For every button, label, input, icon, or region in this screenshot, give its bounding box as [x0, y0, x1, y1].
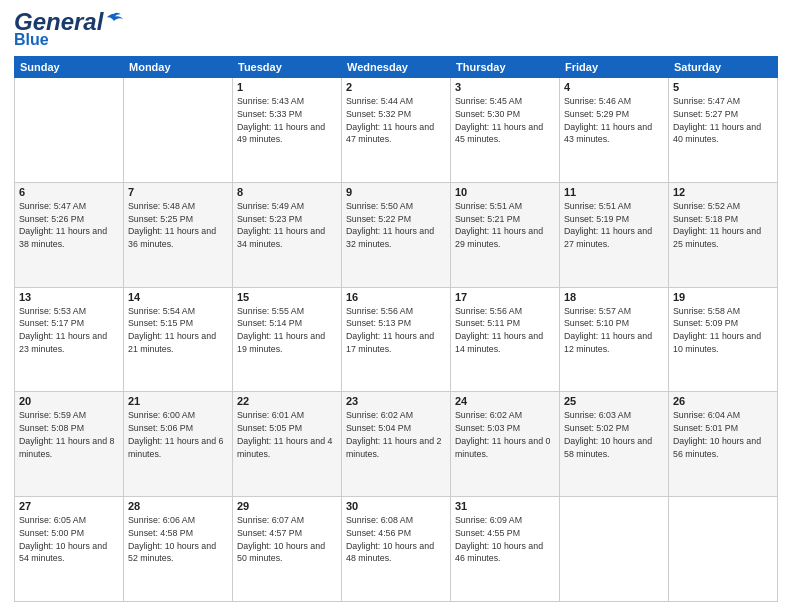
day-number: 28: [128, 500, 228, 512]
day-detail: Sunrise: 5:46 AM Sunset: 5:29 PM Dayligh…: [564, 95, 664, 146]
day-number: 15: [237, 291, 337, 303]
day-detail: Sunrise: 5:56 AM Sunset: 5:13 PM Dayligh…: [346, 305, 446, 356]
calendar-table: Sunday Monday Tuesday Wednesday Thursday…: [14, 56, 778, 602]
calendar-day-cell: 10Sunrise: 5:51 AM Sunset: 5:21 PM Dayli…: [451, 182, 560, 287]
calendar-day-cell: 2Sunrise: 5:44 AM Sunset: 5:32 PM Daylig…: [342, 78, 451, 183]
calendar-day-cell: 1Sunrise: 5:43 AM Sunset: 5:33 PM Daylig…: [233, 78, 342, 183]
calendar-week-row: 20Sunrise: 5:59 AM Sunset: 5:08 PM Dayli…: [15, 392, 778, 497]
logo-wrap: General Blue: [14, 10, 125, 48]
col-sunday: Sunday: [15, 57, 124, 78]
day-detail: Sunrise: 6:07 AM Sunset: 4:57 PM Dayligh…: [237, 514, 337, 565]
logo-bird-icon: [103, 11, 125, 33]
calendar-day-cell: 19Sunrise: 5:58 AM Sunset: 5:09 PM Dayli…: [669, 287, 778, 392]
day-detail: Sunrise: 6:02 AM Sunset: 5:04 PM Dayligh…: [346, 409, 446, 460]
day-detail: Sunrise: 6:05 AM Sunset: 5:00 PM Dayligh…: [19, 514, 119, 565]
calendar-day-cell: [124, 78, 233, 183]
day-detail: Sunrise: 6:08 AM Sunset: 4:56 PM Dayligh…: [346, 514, 446, 565]
calendar-day-cell: 23Sunrise: 6:02 AM Sunset: 5:04 PM Dayli…: [342, 392, 451, 497]
calendar-day-cell: 31Sunrise: 6:09 AM Sunset: 4:55 PM Dayli…: [451, 497, 560, 602]
day-detail: Sunrise: 5:58 AM Sunset: 5:09 PM Dayligh…: [673, 305, 773, 356]
calendar-week-row: 6Sunrise: 5:47 AM Sunset: 5:26 PM Daylig…: [15, 182, 778, 287]
col-friday: Friday: [560, 57, 669, 78]
calendar-day-cell: 3Sunrise: 5:45 AM Sunset: 5:30 PM Daylig…: [451, 78, 560, 183]
day-detail: Sunrise: 5:45 AM Sunset: 5:30 PM Dayligh…: [455, 95, 555, 146]
day-number: 8: [237, 186, 337, 198]
day-number: 17: [455, 291, 555, 303]
day-number: 31: [455, 500, 555, 512]
calendar-day-cell: 20Sunrise: 5:59 AM Sunset: 5:08 PM Dayli…: [15, 392, 124, 497]
calendar-header-row: Sunday Monday Tuesday Wednesday Thursday…: [15, 57, 778, 78]
day-detail: Sunrise: 5:57 AM Sunset: 5:10 PM Dayligh…: [564, 305, 664, 356]
day-number: 16: [346, 291, 446, 303]
day-number: 3: [455, 81, 555, 93]
day-number: 1: [237, 81, 337, 93]
day-detail: Sunrise: 5:56 AM Sunset: 5:11 PM Dayligh…: [455, 305, 555, 356]
day-number: 18: [564, 291, 664, 303]
day-detail: Sunrise: 5:44 AM Sunset: 5:32 PM Dayligh…: [346, 95, 446, 146]
day-detail: Sunrise: 6:09 AM Sunset: 4:55 PM Dayligh…: [455, 514, 555, 565]
header: General Blue: [14, 10, 778, 48]
day-number: 5: [673, 81, 773, 93]
day-detail: Sunrise: 6:00 AM Sunset: 5:06 PM Dayligh…: [128, 409, 228, 460]
day-detail: Sunrise: 5:50 AM Sunset: 5:22 PM Dayligh…: [346, 200, 446, 251]
day-detail: Sunrise: 5:47 AM Sunset: 5:26 PM Dayligh…: [19, 200, 119, 251]
calendar-day-cell: 21Sunrise: 6:00 AM Sunset: 5:06 PM Dayli…: [124, 392, 233, 497]
day-detail: Sunrise: 6:02 AM Sunset: 5:03 PM Dayligh…: [455, 409, 555, 460]
day-number: 25: [564, 395, 664, 407]
day-detail: Sunrise: 6:03 AM Sunset: 5:02 PM Dayligh…: [564, 409, 664, 460]
day-number: 11: [564, 186, 664, 198]
calendar-container: General Blue Sunday Monday Tuesday Wedne…: [0, 0, 792, 612]
day-number: 21: [128, 395, 228, 407]
day-number: 10: [455, 186, 555, 198]
calendar-day-cell: 27Sunrise: 6:05 AM Sunset: 5:00 PM Dayli…: [15, 497, 124, 602]
logo-blue-text: Blue: [14, 32, 125, 48]
calendar-day-cell: 17Sunrise: 5:56 AM Sunset: 5:11 PM Dayli…: [451, 287, 560, 392]
day-number: 29: [237, 500, 337, 512]
calendar-day-cell: [669, 497, 778, 602]
calendar-day-cell: 22Sunrise: 6:01 AM Sunset: 5:05 PM Dayli…: [233, 392, 342, 497]
calendar-day-cell: 28Sunrise: 6:06 AM Sunset: 4:58 PM Dayli…: [124, 497, 233, 602]
calendar-day-cell: 18Sunrise: 5:57 AM Sunset: 5:10 PM Dayli…: [560, 287, 669, 392]
day-detail: Sunrise: 5:52 AM Sunset: 5:18 PM Dayligh…: [673, 200, 773, 251]
day-number: 23: [346, 395, 446, 407]
day-number: 4: [564, 81, 664, 93]
col-tuesday: Tuesday: [233, 57, 342, 78]
calendar-day-cell: 12Sunrise: 5:52 AM Sunset: 5:18 PM Dayli…: [669, 182, 778, 287]
logo: General Blue: [14, 10, 125, 48]
day-detail: Sunrise: 6:04 AM Sunset: 5:01 PM Dayligh…: [673, 409, 773, 460]
day-number: 22: [237, 395, 337, 407]
col-monday: Monday: [124, 57, 233, 78]
calendar-day-cell: 24Sunrise: 6:02 AM Sunset: 5:03 PM Dayli…: [451, 392, 560, 497]
calendar-day-cell: 30Sunrise: 6:08 AM Sunset: 4:56 PM Dayli…: [342, 497, 451, 602]
calendar-day-cell: 5Sunrise: 5:47 AM Sunset: 5:27 PM Daylig…: [669, 78, 778, 183]
day-number: 9: [346, 186, 446, 198]
calendar-day-cell: [560, 497, 669, 602]
day-number: 12: [673, 186, 773, 198]
calendar-day-cell: 9Sunrise: 5:50 AM Sunset: 5:22 PM Daylig…: [342, 182, 451, 287]
calendar-week-row: 13Sunrise: 5:53 AM Sunset: 5:17 PM Dayli…: [15, 287, 778, 392]
day-number: 19: [673, 291, 773, 303]
day-detail: Sunrise: 5:51 AM Sunset: 5:21 PM Dayligh…: [455, 200, 555, 251]
day-detail: Sunrise: 5:54 AM Sunset: 5:15 PM Dayligh…: [128, 305, 228, 356]
calendar-day-cell: 29Sunrise: 6:07 AM Sunset: 4:57 PM Dayli…: [233, 497, 342, 602]
day-number: 26: [673, 395, 773, 407]
calendar-day-cell: 14Sunrise: 5:54 AM Sunset: 5:15 PM Dayli…: [124, 287, 233, 392]
day-detail: Sunrise: 5:47 AM Sunset: 5:27 PM Dayligh…: [673, 95, 773, 146]
day-number: 24: [455, 395, 555, 407]
day-number: 13: [19, 291, 119, 303]
day-detail: Sunrise: 5:53 AM Sunset: 5:17 PM Dayligh…: [19, 305, 119, 356]
calendar-day-cell: 13Sunrise: 5:53 AM Sunset: 5:17 PM Dayli…: [15, 287, 124, 392]
calendar-day-cell: [15, 78, 124, 183]
day-detail: Sunrise: 6:06 AM Sunset: 4:58 PM Dayligh…: [128, 514, 228, 565]
col-saturday: Saturday: [669, 57, 778, 78]
calendar-day-cell: 6Sunrise: 5:47 AM Sunset: 5:26 PM Daylig…: [15, 182, 124, 287]
calendar-day-cell: 4Sunrise: 5:46 AM Sunset: 5:29 PM Daylig…: [560, 78, 669, 183]
day-detail: Sunrise: 5:43 AM Sunset: 5:33 PM Dayligh…: [237, 95, 337, 146]
day-detail: Sunrise: 5:49 AM Sunset: 5:23 PM Dayligh…: [237, 200, 337, 251]
calendar-day-cell: 15Sunrise: 5:55 AM Sunset: 5:14 PM Dayli…: [233, 287, 342, 392]
day-number: 30: [346, 500, 446, 512]
calendar-week-row: 27Sunrise: 6:05 AM Sunset: 5:00 PM Dayli…: [15, 497, 778, 602]
day-detail: Sunrise: 5:51 AM Sunset: 5:19 PM Dayligh…: [564, 200, 664, 251]
day-number: 6: [19, 186, 119, 198]
day-detail: Sunrise: 5:48 AM Sunset: 5:25 PM Dayligh…: [128, 200, 228, 251]
